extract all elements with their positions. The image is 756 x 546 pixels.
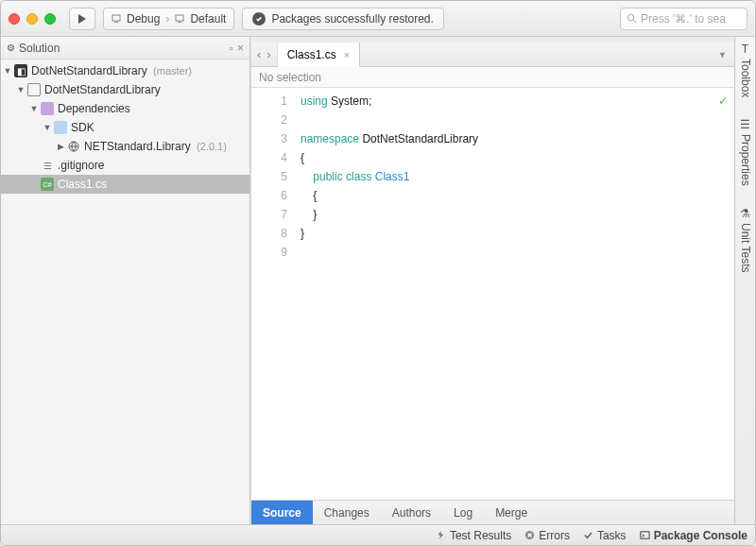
run-target-label: Default xyxy=(190,12,226,26)
error-icon xyxy=(524,530,535,540)
build-config-label: Debug xyxy=(127,12,160,26)
dependencies-node[interactable]: ▼ Dependencies xyxy=(1,99,249,118)
pad-options-icon[interactable]: ⚙ xyxy=(7,43,15,53)
code-content[interactable]: using System; namespace DotNetStandardLi… xyxy=(297,88,734,500)
status-pill: Packages successfully restored. xyxy=(242,8,443,30)
package-version: (2.0.1) xyxy=(197,141,227,152)
pad-controls: ▫ × xyxy=(230,42,244,55)
text-editor[interactable]: ✓ 123456789 using System; namespace DotN… xyxy=(251,88,734,500)
toolbox-pad-button[interactable]: TToolbox xyxy=(739,43,752,97)
tab-source[interactable]: Source xyxy=(251,501,313,524)
class1-label: Class1.cs xyxy=(58,178,246,191)
solution-pad-title: Solution xyxy=(19,42,60,55)
sdk-node[interactable]: ▼ SDK xyxy=(1,118,249,137)
config-selector[interactable]: Debug › Default xyxy=(103,8,234,30)
file-icon: ☰ xyxy=(41,159,54,172)
disclosure-arrow[interactable]: ▼ xyxy=(3,66,12,76)
svg-rect-1 xyxy=(112,15,120,21)
line-gutter: 123456789 xyxy=(251,88,297,500)
package-node[interactable]: ▶ NETStandard.Library (2.0.1) xyxy=(1,137,249,156)
tab-overflow-button[interactable]: ▼ xyxy=(711,43,734,66)
class1-node[interactable]: C# Class1.cs xyxy=(1,175,249,194)
global-search[interactable]: Press '⌘.' to sea xyxy=(620,8,747,30)
right-pad-rail: TToolbox ☰Properties ⚗Unit Tests xyxy=(734,37,755,524)
project-node[interactable]: ▼ DotNetStandardLibrary xyxy=(1,80,249,99)
tab-changes[interactable]: Changes xyxy=(313,501,381,524)
pad-close-button[interactable]: × xyxy=(237,42,244,55)
search-icon xyxy=(627,13,637,24)
nav-back-button[interactable]: ‹ xyxy=(257,47,261,61)
device-icon xyxy=(112,14,121,24)
solution-pad-header: ⚙ Solution ▫ × xyxy=(1,37,249,60)
svg-line-6 xyxy=(633,20,636,23)
properties-pad-button[interactable]: ☰Properties xyxy=(739,118,752,186)
main-area: ⚙ Solution ▫ × ▼ ◧ DotNetStandardLibrary… xyxy=(1,37,755,524)
svg-rect-2 xyxy=(114,22,118,23)
dependencies-icon xyxy=(41,102,54,115)
svg-rect-4 xyxy=(178,22,181,23)
project-name: DotNetStandardLibrary xyxy=(44,83,246,96)
minimize-window[interactable] xyxy=(26,13,38,25)
gitignore-node[interactable]: ☰ .gitignore xyxy=(1,156,249,175)
disclosure-arrow[interactable]: ▼ xyxy=(16,85,26,94)
disclosure-arrow[interactable]: ▶ xyxy=(56,142,65,151)
unit-tests-pad-button[interactable]: ⚗Unit Tests xyxy=(739,207,752,272)
solution-pad: ⚙ Solution ▫ × ▼ ◧ DotNetStandardLibrary… xyxy=(1,37,250,524)
tasks-button[interactable]: Tasks xyxy=(583,529,627,542)
device-icon xyxy=(175,14,184,24)
tab-log[interactable]: Log xyxy=(442,501,484,524)
bolt-icon xyxy=(436,530,446,540)
tab-merge[interactable]: Merge xyxy=(484,501,539,524)
check-icon xyxy=(583,530,593,540)
package-icon xyxy=(67,140,80,153)
nav-forward-button[interactable]: › xyxy=(266,47,270,61)
run-button[interactable] xyxy=(69,8,95,30)
document-tabbar: ‹ › Class1.cs × ▼ xyxy=(251,43,734,67)
nav-buttons: ‹ › xyxy=(251,43,278,66)
close-window[interactable] xyxy=(9,13,20,25)
editor-bottom-tabs: Source Changes Authors Log Merge xyxy=(251,500,734,524)
branch-label: (master) xyxy=(153,65,192,77)
sdk-label: SDK xyxy=(71,121,246,134)
breadcrumb-text: No selection xyxy=(259,71,321,84)
tab-authors[interactable]: Authors xyxy=(381,501,442,524)
tab-label: Class1.cs xyxy=(287,48,336,61)
cs-file-icon: C# xyxy=(41,178,54,191)
gitignore-label: .gitignore xyxy=(58,159,246,172)
svg-rect-3 xyxy=(176,15,183,21)
svg-marker-0 xyxy=(78,14,86,24)
disclosure-arrow[interactable]: ▼ xyxy=(43,123,52,132)
sdk-folder-icon xyxy=(54,121,67,134)
solution-icon: ◧ xyxy=(14,64,27,77)
disclosure-arrow[interactable]: ▼ xyxy=(29,104,39,113)
pad-autohide-button[interactable]: ▫ xyxy=(230,42,233,55)
breadcrumb-bar[interactable]: No selection xyxy=(251,67,734,88)
window-controls xyxy=(9,13,56,25)
solution-tree: ▼ ◧ DotNetStandardLibrary (master) ▼ Dot… xyxy=(1,60,249,524)
play-icon xyxy=(77,14,87,24)
tab-class1[interactable]: Class1.cs × xyxy=(278,43,360,67)
package-name: NETStandard.Library xyxy=(84,140,191,153)
svg-point-5 xyxy=(627,14,633,20)
analysis-ok-icon: ✓ xyxy=(718,92,729,111)
tab-close-button[interactable]: × xyxy=(344,49,350,60)
svg-rect-9 xyxy=(641,532,649,538)
dependencies-label: Dependencies xyxy=(58,102,246,115)
main-toolbar: Debug › Default Packages successfully re… xyxy=(1,1,755,37)
editor-area: ‹ › Class1.cs × ▼ No selection ✓ 1234567… xyxy=(250,43,734,524)
package-console-button[interactable]: Package Console xyxy=(640,529,747,542)
search-placeholder: Press '⌘.' to sea xyxy=(641,12,726,26)
zoom-window[interactable] xyxy=(44,13,56,25)
status-text: Packages successfully restored. xyxy=(271,12,433,26)
console-icon xyxy=(640,530,650,540)
status-bar: Test Results Errors Tasks Package Consol… xyxy=(1,524,755,545)
solution-node[interactable]: ▼ ◧ DotNetStandardLibrary (master) xyxy=(1,61,249,80)
solution-name: DotNetStandardLibrary xyxy=(31,64,147,77)
test-results-button[interactable]: Test Results xyxy=(436,529,511,542)
errors-button[interactable]: Errors xyxy=(524,529,570,542)
project-icon xyxy=(27,83,41,96)
success-icon xyxy=(252,12,266,26)
